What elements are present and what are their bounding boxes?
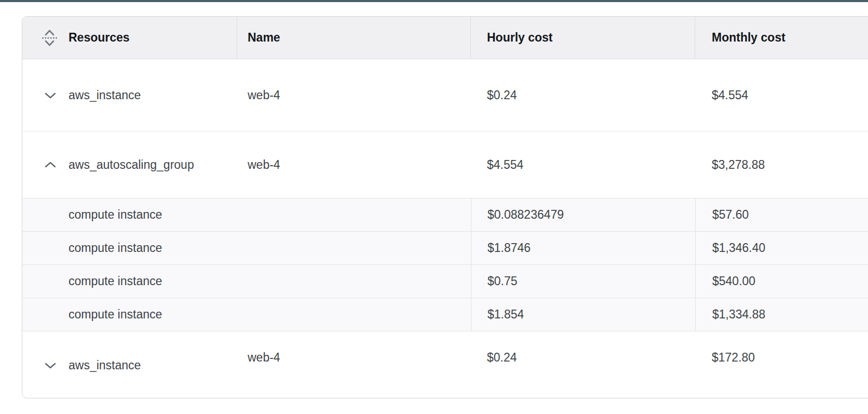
cost-component-name [237, 232, 471, 264]
cost-table-card: Resources Name Hourly cost Monthly cost … [22, 16, 868, 398]
header-cell-hourly-cost: Hourly cost [471, 17, 695, 59]
hourly-cost-value: $1.854 [471, 298, 695, 331]
monthly-cost-value: $172.80 [695, 331, 868, 398]
hourly-cost-value: $4.554 [471, 131, 695, 198]
cost-component-label: compute instance [22, 232, 237, 264]
header-label-hourly-cost: Hourly cost [487, 31, 553, 45]
monthly-cost-value: $1,334.88 [695, 298, 868, 331]
cost-component-name [237, 298, 471, 331]
cost-component-name [237, 265, 471, 298]
monthly-cost-value: $540.00 [695, 265, 868, 298]
monthly-cost-value: $1,346.40 [695, 232, 868, 264]
chevron-down-icon[interactable] [45, 362, 56, 369]
hourly-cost-value: $0.088236479 [471, 198, 695, 231]
header-cell-monthly-cost: Monthly cost [695, 17, 868, 59]
hourly-cost-value: $0.75 [471, 265, 695, 298]
resource-name: web-4 [237, 331, 471, 398]
hourly-cost-value: $1.8746 [471, 232, 695, 264]
resource-cell: aws_autoscaling_group [22, 131, 237, 198]
resource-type-label: aws_instance [69, 88, 141, 102]
cost-component-row: compute instance $1.8746 $1,346.40 [22, 232, 868, 265]
cost-component-name [237, 198, 471, 231]
table-row-aws-instance-2[interactable]: aws_instance web-4 $0.24 $172.80 [22, 331, 868, 398]
resource-type-label: aws_autoscaling_group [69, 158, 194, 172]
monthly-cost-value: $57.60 [695, 198, 868, 231]
monthly-cost-value: $3,278.88 [695, 131, 868, 198]
header-label-monthly-cost: Monthly cost [712, 31, 785, 45]
resource-cell: aws_instance [22, 331, 237, 398]
cost-component-row: compute instance $0.75 $540.00 [22, 265, 868, 298]
expand-collapse-all-icon[interactable] [41, 28, 58, 48]
cost-component-label: compute instance [22, 198, 237, 231]
header-cell-name: Name [237, 17, 471, 59]
chevron-up-icon[interactable] [45, 162, 56, 168]
top-accent-bar [0, 0, 868, 2]
hourly-cost-value: $0.24 [471, 331, 695, 398]
hourly-cost-value: $0.24 [471, 59, 695, 131]
monthly-cost-value: $4.554 [695, 59, 868, 131]
cost-component-label: compute instance [22, 298, 237, 331]
header-cell-resources: Resources [22, 17, 237, 59]
cost-component-label: compute instance [22, 265, 237, 298]
resource-name: web-4 [237, 59, 471, 131]
resource-type-label: aws_instance [69, 358, 141, 372]
table-row-aws-instance-1[interactable]: aws_instance web-4 $0.24 $4.554 [22, 59, 868, 131]
cost-component-row: compute instance $0.088236479 $57.60 [22, 198, 868, 232]
table-row-aws-autoscaling-group[interactable]: aws_autoscaling_group web-4 $4.554 $3,27… [22, 131, 868, 198]
resource-name: web-4 [237, 131, 471, 198]
header-label-resources: Resources [69, 31, 130, 45]
chevron-down-icon[interactable] [45, 92, 56, 99]
resource-cell: aws_instance [22, 59, 237, 131]
table-header-row: Resources Name Hourly cost Monthly cost [22, 17, 868, 59]
header-label-name: Name [248, 31, 280, 45]
cost-component-row: compute instance $1.854 $1,334.88 [22, 298, 868, 331]
